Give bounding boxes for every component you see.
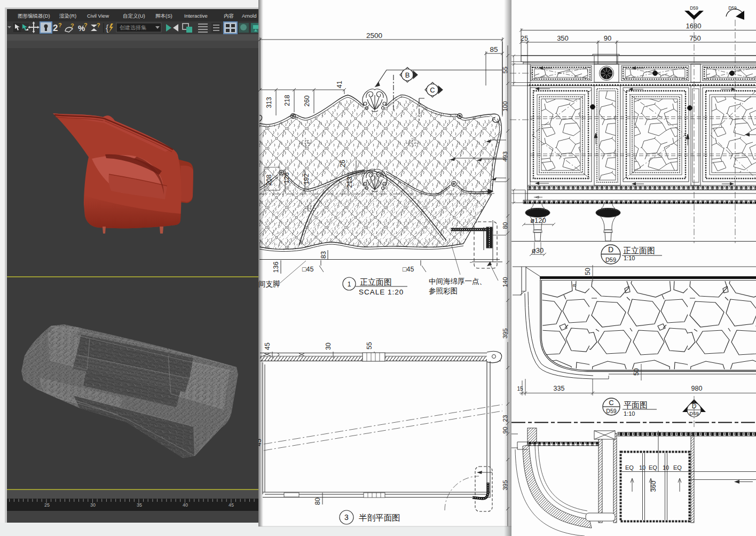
svg-text:正立面图: 正立面图: [360, 277, 392, 286]
svg-text:55: 55: [366, 342, 373, 349]
svg-text:750: 750: [689, 34, 701, 42]
svg-text:自定义(U): 自定义(U): [123, 13, 145, 19]
svg-text:30: 30: [90, 502, 96, 508]
svg-text:D59: D59: [728, 5, 737, 11]
svg-text:Civil View: Civil View: [87, 13, 109, 19]
svg-text:□45: □45: [302, 266, 314, 273]
svg-text:?: ?: [97, 22, 100, 28]
svg-text:中间海绵厚一点、: 中间海绵厚一点、: [429, 277, 486, 285]
svg-text:1:10: 1:10: [624, 255, 635, 261]
svg-text:平面图: 平面图: [624, 400, 648, 409]
svg-text:EQ: EQ: [649, 464, 657, 471]
svg-text:正立面图: 正立面图: [623, 246, 655, 255]
svg-text:脚本(S): 脚本(S): [155, 13, 172, 19]
svg-text:{: {: [106, 24, 109, 33]
svg-text:50: 50: [584, 268, 592, 275]
svg-text:3: 3: [344, 513, 349, 522]
svg-text:40: 40: [183, 502, 188, 508]
svg-text:335: 335: [554, 385, 565, 392]
svg-text:30: 30: [325, 343, 332, 350]
svg-text:□45: □45: [403, 266, 414, 273]
svg-text:D59: D59: [605, 257, 616, 263]
svg-text:ø30: ø30: [532, 246, 544, 254]
svg-text:126: 126: [283, 173, 290, 184]
svg-text:192: 192: [303, 174, 310, 185]
svg-text:2: 2: [53, 23, 58, 33]
svg-text:C: C: [609, 399, 613, 407]
svg-text:10: 10: [639, 464, 645, 471]
svg-text:ø120: ø120: [530, 216, 546, 224]
svg-text:Interactive: Interactive: [184, 13, 208, 19]
svg-text:90: 90: [604, 34, 611, 42]
svg-text:?: ?: [84, 22, 88, 28]
svg-text:26: 26: [339, 160, 346, 167]
svg-text:EQ: EQ: [673, 464, 682, 471]
svg-text:1:10: 1:10: [624, 410, 635, 417]
svg-text:25: 25: [521, 34, 528, 42]
svg-text:D59: D59: [606, 408, 616, 414]
svg-text:350: 350: [557, 34, 569, 42]
svg-text:45: 45: [264, 343, 271, 350]
svg-text:1: 1: [348, 281, 351, 288]
svg-text:半剖平面图: 半剖平面图: [359, 513, 400, 522]
svg-text:8: 8: [571, 284, 577, 286]
svg-text:15: 15: [517, 386, 523, 392]
svg-text:45: 45: [229, 502, 234, 508]
svg-text:85: 85: [490, 45, 498, 53]
svg-text:50: 50: [633, 368, 640, 376]
svg-text:260: 260: [303, 96, 311, 107]
svg-text:参照彩图: 参照彩图: [429, 287, 458, 295]
svg-text:10: 10: [663, 464, 669, 471]
svg-text:创建选择集: 创建选择集: [120, 25, 146, 30]
svg-text:?: ?: [70, 22, 74, 29]
svg-text:208: 208: [265, 175, 273, 186]
svg-text:Arnold: Arnold: [242, 13, 256, 19]
svg-text:渲染(R): 渲染(R): [59, 13, 76, 19]
svg-text:218: 218: [284, 95, 291, 106]
svg-text:360: 360: [650, 481, 657, 492]
svg-text:EQ: EQ: [625, 464, 634, 471]
svg-text:B: B: [405, 71, 410, 79]
svg-text:41: 41: [336, 81, 343, 88]
svg-text:2500: 2500: [366, 32, 382, 40]
svg-text:D59: D59: [690, 5, 698, 11]
svg-text:?: ?: [58, 22, 62, 28]
svg-text:内容: 内容: [224, 13, 234, 19]
svg-text:C: C: [430, 86, 435, 94]
svg-text:83: 83: [320, 251, 327, 259]
svg-text:D: D: [608, 245, 613, 254]
svg-text:图形编辑器(D): 图形编辑器(D): [18, 13, 50, 19]
svg-text:SCALE 1:20: SCALE 1:20: [359, 288, 404, 296]
svg-text:313: 313: [265, 97, 273, 108]
svg-text:980: 980: [691, 385, 703, 392]
svg-text:35: 35: [137, 502, 142, 508]
svg-text:25: 25: [44, 502, 50, 508]
svg-text:136: 136: [272, 262, 280, 273]
svg-text:1680: 1680: [686, 22, 702, 30]
svg-text:80: 80: [314, 498, 321, 505]
svg-text:213: 213: [346, 177, 353, 188]
